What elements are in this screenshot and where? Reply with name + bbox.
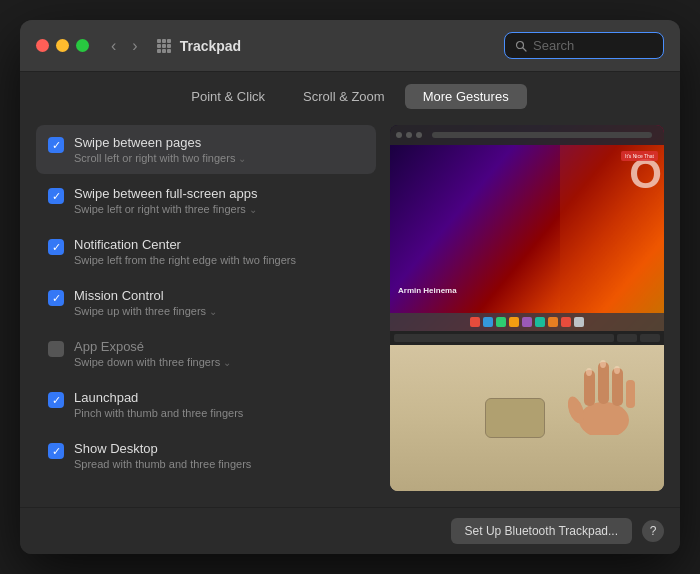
svg-rect-1 — [162, 39, 166, 43]
key-option — [640, 334, 660, 342]
checkbox-icon-show-desktop: ✓ — [48, 443, 64, 459]
svg-rect-5 — [167, 44, 171, 48]
svg-rect-14 — [598, 362, 609, 404]
minimize-button[interactable] — [56, 39, 69, 52]
svg-point-18 — [600, 360, 606, 368]
svg-rect-0 — [157, 39, 161, 43]
setting-title-mission-control: Mission Control — [74, 288, 364, 303]
dock-icon-5 — [522, 317, 532, 327]
setting-app-expose[interactable]: App Exposé Swipe down with three fingers… — [36, 329, 376, 378]
svg-rect-8 — [167, 49, 171, 53]
dock-icon-9 — [574, 317, 584, 327]
nav-buttons: ‹ › — [105, 34, 144, 58]
checkbox-icon-mission-control: ✓ — [48, 290, 64, 306]
preview-dock — [390, 313, 664, 331]
tab-more-gestures[interactable]: More Gestures — [405, 84, 527, 109]
setting-title-app-expose: App Exposé — [74, 339, 364, 354]
setting-title-launchpad: Launchpad — [74, 390, 364, 405]
preview-panel: Armin Heinema O It's Nice That — [390, 125, 664, 491]
dock-icon-1 — [470, 317, 480, 327]
traffic-lights — [36, 39, 89, 52]
setting-desc-notification: Swipe left from the right edge with two … — [74, 254, 364, 266]
browser-bar — [390, 125, 664, 145]
setting-title-show-desktop: Show Desktop — [74, 441, 364, 456]
dock-icon-4 — [509, 317, 519, 327]
search-bar[interactable] — [504, 32, 664, 59]
keyboard-bar — [390, 331, 664, 345]
main-window: ‹ › Trackpad Poin — [20, 20, 680, 554]
mini-dot-3 — [416, 132, 422, 138]
setting-desc-show-desktop: Spread with thumb and three fingers — [74, 458, 364, 470]
preview-artist-name: Armin Heinema — [398, 286, 457, 295]
checkbox-mission-control[interactable]: ✓ — [48, 290, 64, 306]
setting-title-swipe-fullscreen: Swipe between full-screen apps — [74, 186, 364, 201]
svg-line-10 — [523, 47, 527, 51]
svg-rect-6 — [157, 49, 161, 53]
tab-point-click[interactable]: Point & Click — [173, 84, 283, 109]
svg-point-17 — [586, 368, 592, 376]
checkbox-swipe-fullscreen[interactable]: ✓ — [48, 188, 64, 204]
checkbox-icon-notification: ✓ — [48, 239, 64, 255]
search-icon — [515, 40, 527, 52]
bottom-bar: Set Up Bluetooth Trackpad... ? — [20, 507, 680, 554]
checkbox-icon-swipe-fullscreen: ✓ — [48, 188, 64, 204]
help-button[interactable]: ? — [642, 520, 664, 542]
bluetooth-setup-button[interactable]: Set Up Bluetooth Trackpad... — [451, 518, 632, 544]
setting-show-desktop[interactable]: ✓ Show Desktop Spread with thumb and thr… — [36, 431, 376, 480]
svg-rect-2 — [167, 39, 171, 43]
checkbox-swipe-pages[interactable]: ✓ — [48, 137, 64, 153]
svg-point-19 — [614, 366, 620, 374]
setting-title-swipe-pages: Swipe between pages — [74, 135, 364, 150]
chevron-icon: ⌄ — [238, 153, 246, 164]
checkbox-show-desktop[interactable]: ✓ — [48, 443, 64, 459]
tab-scroll-zoom[interactable]: Scroll & Zoom — [285, 84, 403, 109]
setting-swipe-pages[interactable]: ✓ Swipe between pages Scroll left or rig… — [36, 125, 376, 174]
checkbox-icon-swipe-pages: ✓ — [48, 137, 64, 153]
svg-rect-4 — [162, 44, 166, 48]
app-icon — [156, 38, 172, 54]
svg-point-11 — [579, 402, 629, 435]
maximize-button[interactable] — [76, 39, 89, 52]
preview-trackpad-section — [390, 345, 664, 491]
dock-icon-3 — [496, 317, 506, 327]
checkbox-icon-app-expose — [48, 341, 64, 357]
setting-desc-app-expose: Swipe down with three fingers ⌄ — [74, 356, 364, 368]
hand-gesture-icon — [554, 350, 654, 435]
url-bar — [432, 132, 652, 138]
checkbox-icon-launchpad: ✓ — [48, 392, 64, 408]
chevron-icon-3: ⌄ — [209, 306, 217, 317]
preview-screen-top: Armin Heinema O It's Nice That — [390, 125, 664, 345]
browser-content: Armin Heinema O It's Nice That — [390, 145, 664, 313]
setting-title-notification: Notification Center — [74, 237, 364, 252]
close-button[interactable] — [36, 39, 49, 52]
chevron-icon-4: ⌄ — [223, 357, 231, 368]
checkbox-launchpad[interactable]: ✓ — [48, 392, 64, 408]
setting-desc-launchpad: Pinch with thumb and three fingers — [74, 407, 364, 419]
mini-dot-1 — [396, 132, 402, 138]
settings-list: ✓ Swipe between pages Scroll left or rig… — [36, 125, 376, 491]
key-cmd — [617, 334, 637, 342]
setting-desc-swipe-fullscreen: Swipe left or right with three fingers ⌄ — [74, 203, 364, 215]
svg-rect-16 — [626, 380, 635, 408]
key-space — [394, 334, 614, 342]
setting-desc-mission-control: Swipe up with three fingers ⌄ — [74, 305, 364, 317]
mini-dot-2 — [406, 132, 412, 138]
dock-icon-8 — [561, 317, 571, 327]
content-area: ✓ Swipe between pages Scroll left or rig… — [20, 117, 680, 507]
setting-swipe-fullscreen[interactable]: ✓ Swipe between full-screen apps Swipe l… — [36, 176, 376, 225]
dock-icon-2 — [483, 317, 493, 327]
trackpad-device — [485, 398, 545, 438]
forward-button[interactable]: › — [126, 34, 143, 58]
trackpad-bg — [390, 345, 664, 491]
setting-launchpad[interactable]: ✓ Launchpad Pinch with thumb and three f… — [36, 380, 376, 429]
setting-mission-control[interactable]: ✓ Mission Control Swipe up with three fi… — [36, 278, 376, 327]
setting-desc-swipe-pages: Scroll left or right with two fingers ⌄ — [74, 152, 364, 164]
window-title: Trackpad — [180, 38, 504, 54]
checkbox-app-expose[interactable] — [48, 341, 64, 357]
svg-rect-3 — [157, 44, 161, 48]
back-button[interactable]: ‹ — [105, 34, 122, 58]
dock-icon-6 — [535, 317, 545, 327]
setting-notification-center[interactable]: ✓ Notification Center Swipe left from th… — [36, 227, 376, 276]
search-input[interactable] — [533, 38, 653, 53]
checkbox-notification[interactable]: ✓ — [48, 239, 64, 255]
